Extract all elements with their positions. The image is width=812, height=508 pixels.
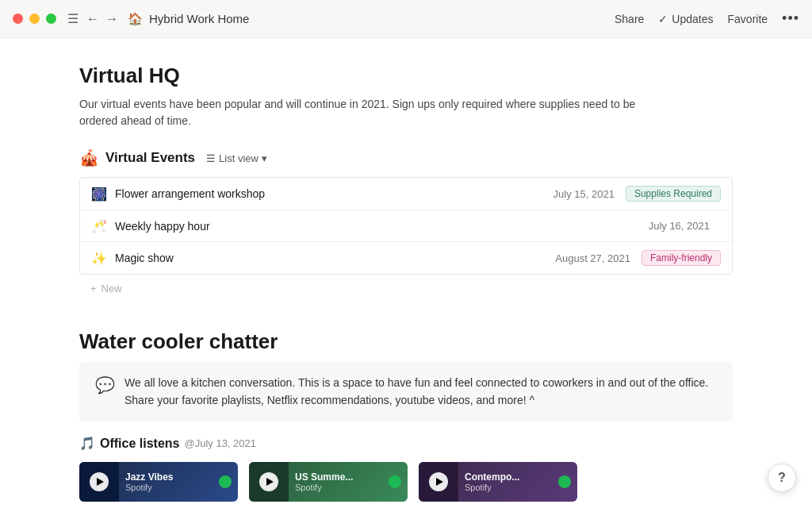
- callout-icon: 💬: [95, 375, 115, 394]
- close-button[interactable]: [13, 13, 23, 24]
- updates-label: Updates: [672, 13, 713, 25]
- virtual-events-icon: 🎪: [79, 148, 99, 167]
- title-bar-right: Share ✓ Updates Favorite •••: [615, 10, 799, 27]
- page-title: Hybrid Work Home: [149, 12, 249, 25]
- music-source: Spotify: [125, 483, 211, 492]
- virtual-events-label: Virtual Events: [105, 150, 195, 166]
- table-row[interactable]: 🎆 Flower arrangement workshop July 15, 2…: [80, 178, 732, 210]
- spotify-icon: [557, 474, 573, 490]
- page-icon: 🏠: [128, 12, 143, 26]
- favorite-button[interactable]: Favorite: [728, 13, 768, 25]
- callout-box: 💬 We all love a kitchen conversation. Th…: [79, 362, 733, 421]
- chevron-down-icon: ▾: [262, 152, 267, 164]
- event-icon: 🥂: [91, 218, 107, 233]
- event-date: August 27, 2021: [555, 252, 630, 264]
- music-source: Spotify: [295, 483, 381, 492]
- music-card[interactable]: US Summe... Spotify: [249, 462, 408, 502]
- music-cards-container: Jazz Vibes Spotify US Summe... Spotify: [79, 462, 733, 502]
- office-listens-label: Office listens: [100, 437, 179, 451]
- office-listens-heading: 🎵 Office listens @July 13, 2021: [79, 436, 733, 451]
- music-icon: 🎵: [79, 436, 95, 451]
- checkmark-icon: ✓: [658, 13, 668, 25]
- event-name: Weekly happy hour: [115, 220, 649, 233]
- page-title-area: 🏠 Hybrid Work Home: [128, 12, 249, 26]
- virtual-hq-title: Virtual HQ: [79, 64, 733, 88]
- share-button[interactable]: Share: [615, 13, 644, 25]
- office-listens-date: @July 13, 2021: [184, 437, 256, 449]
- event-icon: 🎆: [91, 187, 107, 202]
- album-art-jazz: [79, 462, 119, 502]
- list-view-icon: ☰: [206, 152, 216, 164]
- nav-arrows: ← →: [86, 12, 118, 26]
- event-date: July 16, 2021: [649, 220, 710, 232]
- new-event-button[interactable]: + New: [90, 279, 122, 298]
- table-row[interactable]: 🥂 Weekly happy hour July 16, 2021: [80, 210, 732, 242]
- music-info: Contempo... Spotify: [458, 468, 557, 495]
- table-row[interactable]: ✨ Magic show August 27, 2021 Family-frie…: [80, 242, 732, 274]
- play-button[interactable]: [429, 472, 448, 491]
- spotify-icon: [217, 474, 233, 490]
- play-icon: [97, 478, 104, 486]
- water-cooler-title: Water cooler chatter: [79, 329, 733, 354]
- event-date: July 15, 2021: [553, 188, 615, 200]
- play-button[interactable]: [90, 472, 109, 491]
- list-view-toggle[interactable]: ☰ List view ▾: [201, 151, 272, 166]
- plus-icon: +: [90, 283, 97, 294]
- event-icon: ✨: [91, 251, 107, 266]
- more-options-button[interactable]: •••: [782, 10, 799, 27]
- forward-arrow-icon[interactable]: →: [105, 12, 118, 26]
- music-info: Jazz Vibes Spotify: [119, 468, 217, 495]
- event-tag: Family-friendly: [642, 250, 721, 266]
- virtual-events-heading: 🎪 Virtual Events ☰ List view ▾: [79, 148, 733, 167]
- callout-text: We all love a kitchen conversation. This…: [124, 375, 717, 409]
- event-name: Magic show: [115, 252, 555, 264]
- virtual-hq-description: Our virtual events have been popular and…: [79, 96, 650, 129]
- album-art-summer: [249, 462, 289, 502]
- music-title: Jazz Vibes: [125, 471, 211, 483]
- updates-button[interactable]: ✓ Updates: [658, 13, 713, 25]
- title-bar: ☰ ← → 🏠 Hybrid Work Home Share ✓ Updates…: [0, 0, 812, 38]
- maximize-button[interactable]: [46, 13, 56, 24]
- spotify-icon: [387, 474, 403, 490]
- music-card[interactable]: Jazz Vibes Spotify: [79, 462, 238, 502]
- list-view-label: List view: [219, 152, 259, 164]
- music-source: Spotify: [465, 483, 550, 492]
- play-button[interactable]: [259, 472, 278, 491]
- main-content: Virtual HQ Our virtual events have been …: [0, 38, 812, 508]
- music-title: US Summe...: [295, 471, 381, 483]
- traffic-lights: [13, 13, 56, 24]
- help-button[interactable]: ?: [768, 464, 796, 492]
- event-tag: Supplies Required: [626, 186, 721, 202]
- play-icon: [266, 478, 274, 486]
- hamburger-icon[interactable]: ☰: [67, 11, 79, 26]
- events-table: 🎆 Flower arrangement workshop July 15, 2…: [79, 177, 733, 275]
- new-label: New: [102, 283, 122, 294]
- event-name: Flower arrangement workshop: [115, 187, 553, 200]
- album-art-contemporary: [419, 462, 458, 502]
- water-cooler-section: Water cooler chatter 💬 We all love a kit…: [79, 329, 733, 502]
- music-info: US Summe... Spotify: [289, 468, 387, 495]
- music-title: Contempo...: [465, 471, 550, 483]
- play-icon: [436, 478, 443, 486]
- music-card[interactable]: Contempo... Spotify: [419, 462, 577, 502]
- minimize-button[interactable]: [29, 13, 40, 24]
- back-arrow-icon[interactable]: ←: [86, 12, 99, 26]
